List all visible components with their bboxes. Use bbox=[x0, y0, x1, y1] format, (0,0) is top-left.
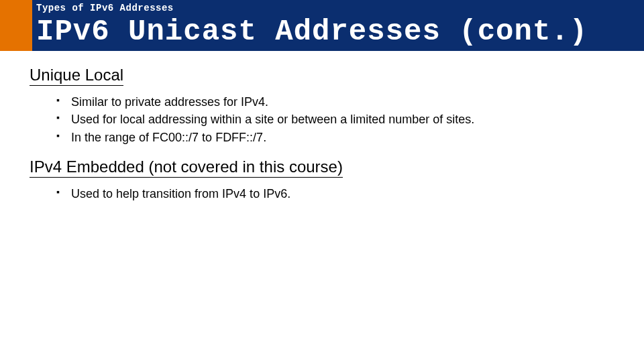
section-heading: Unique Local bbox=[30, 66, 123, 86]
list-item: Used for local addressing within a site … bbox=[56, 111, 624, 127]
section-ipv4-embedded: IPv4 Embedded (not covered in this cours… bbox=[30, 155, 624, 202]
section-unique-local: Unique Local Similar to private addresse… bbox=[30, 63, 624, 145]
breadcrumb: Types of IPv6 Addresses bbox=[36, 3, 174, 13]
section-heading: IPv4 Embedded (not covered in this cours… bbox=[30, 158, 343, 178]
slide-title: IPv6 Unicast Addresses (cont.) bbox=[36, 15, 588, 48]
bullet-list: Similar to private addresses for IPv4. U… bbox=[56, 94, 624, 145]
bullet-list: Used to help transition from IPv4 to IPv… bbox=[56, 186, 624, 202]
list-item: Similar to private addresses for IPv4. bbox=[56, 94, 624, 110]
slide: Types of IPv6 Addresses IPv6 Unicast Add… bbox=[0, 0, 644, 362]
list-item: In the range of FC00::/7 to FDFF::/7. bbox=[56, 129, 624, 145]
list-item: Used to help transition from IPv4 to IPv… bbox=[56, 186, 624, 202]
header-band: Types of IPv6 Addresses IPv6 Unicast Add… bbox=[0, 0, 644, 51]
accent-block bbox=[0, 0, 32, 51]
slide-content: Unique Local Similar to private addresse… bbox=[0, 51, 644, 202]
